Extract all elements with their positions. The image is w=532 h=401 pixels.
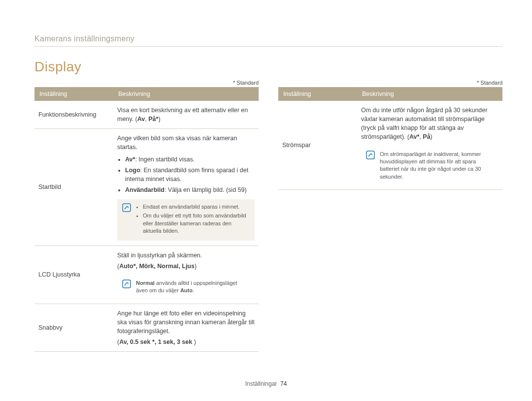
paren: ) xyxy=(195,263,197,270)
desc-text: Ange vilken bild som ska visas när kamer… xyxy=(117,135,237,151)
left-column: * Standard Inställning Beskrivning Funkt… xyxy=(34,80,259,352)
note-text: Om strömsparläget är inaktiverat, kommer… xyxy=(380,151,481,180)
note-body: Om strömsparläget är inaktiverat, kommer… xyxy=(380,151,494,181)
settings-table-right: Inställning Beskrivning Strömspar Om du … xyxy=(278,87,502,190)
svg-rect-2 xyxy=(366,151,374,159)
page-number: 74 xyxy=(280,380,287,387)
table-row: Startbild Ange vilken bild som ska visas… xyxy=(34,129,259,246)
opt: På xyxy=(423,133,430,140)
note-body: Endast en användarbild sparas i minnet. … xyxy=(136,203,250,237)
opt-rest: : En standardbild som finns sparad i det… xyxy=(125,167,248,183)
option-list: Av*: Ingen startbild visas. Logo: En sta… xyxy=(117,155,255,195)
list-item: Logo: En standardbild som finns sparad i… xyxy=(125,166,255,184)
setting-label: Strömspar xyxy=(278,101,357,190)
note-block: Normal används alltid i uppspelningsläge… xyxy=(117,276,255,299)
opt-rest: : Ingen startbild visas. xyxy=(135,156,195,163)
opt: Av xyxy=(137,116,145,123)
desc-text: Ställ in ljusstyrkan på skärmen. xyxy=(117,252,202,259)
options-line: (Av, 0.5 sek *, 1 sek, 3 sek ) xyxy=(117,338,255,346)
note-end: . xyxy=(193,287,194,293)
table-row: Strömspar Om du inte utför någon åtgärd … xyxy=(278,101,502,190)
note-bold: Normal xyxy=(136,280,155,286)
th-setting: Inställning xyxy=(34,87,113,101)
setting-label: Funktionsbeskrivning xyxy=(34,101,113,129)
note-item: Om du väljer ett nytt foto som användarb… xyxy=(143,212,250,235)
setting-desc: Ange vilken bild som ska visas när kamer… xyxy=(113,129,259,246)
svg-rect-0 xyxy=(123,204,131,212)
page-header: Kamerans inställningsmeny xyxy=(34,34,502,47)
note-icon xyxy=(122,279,131,288)
note-bold2: Auto xyxy=(180,287,193,293)
opt-rest: : Välja en lämplig bild. (sid 59) xyxy=(165,186,247,193)
list-item: Användarbild: Välja en lämplig bild. (si… xyxy=(125,185,255,194)
setting-label: Snabbvy xyxy=(34,304,113,352)
note-block: Endast en användarbild sparas i minnet. … xyxy=(117,199,255,241)
opts: Auto*, Mörk, Normal, Ljus xyxy=(119,263,195,270)
note-body: Normal används alltid i uppspelningsläge… xyxy=(136,279,250,295)
note-block: Om strömsparläget är inaktiverat, kommer… xyxy=(361,147,499,185)
desc-text: Ange hur länge ett foto eller en videoin… xyxy=(117,310,255,335)
opt: På* xyxy=(148,116,158,123)
th-desc: Beskrivning xyxy=(113,87,259,101)
setting-label: LCD Ljusstyrka xyxy=(34,246,113,304)
close: ) xyxy=(158,116,160,123)
standard-marker: * Standard xyxy=(278,80,502,86)
content-columns: * Standard Inställning Beskrivning Funkt… xyxy=(34,80,502,352)
page-footer: Inställningar 74 xyxy=(0,380,532,387)
note-item: Endast en användarbild sparas i minnet. xyxy=(143,203,250,211)
close: ) xyxy=(431,133,432,140)
opt-name: Användarbild xyxy=(125,186,165,193)
opt: Av* xyxy=(409,133,419,140)
settings-table-left: Inställning Beskrivning Funktionsbeskriv… xyxy=(34,87,259,352)
note-icon xyxy=(366,151,375,159)
opt-name: Logo xyxy=(125,167,140,174)
th-desc: Beskrivning xyxy=(357,87,502,101)
options-line: (Auto*, Mörk, Normal, Ljus) xyxy=(117,262,255,271)
th-setting: Inställning xyxy=(278,87,357,101)
setting-desc: Om du inte utför någon åtgärd på 30 seku… xyxy=(357,101,502,190)
right-column: * Standard Inställning Beskrivning Ström… xyxy=(278,80,502,352)
table-row: Funktionsbeskrivning Visa en kort beskri… xyxy=(34,101,259,129)
breadcrumb: Kamerans inställningsmeny xyxy=(34,34,134,43)
page-title: Display xyxy=(34,59,502,75)
setting-desc: Ange hur länge ett foto eller en videoin… xyxy=(113,304,259,352)
note-icon xyxy=(122,203,131,212)
opts: Av, 0.5 sek *, 1 sek, 3 sek xyxy=(119,339,194,345)
table-row: Snabbvy Ange hur länge ett foto eller en… xyxy=(34,304,259,352)
table-row: LCD Ljusstyrka Ställ in ljusstyrkan på s… xyxy=(34,246,259,304)
standard-marker: * Standard xyxy=(34,80,259,86)
setting-label: Startbild xyxy=(34,129,113,246)
setting-desc: Visa en kort beskrivning av ett alternat… xyxy=(113,101,259,129)
opt-name: Av* xyxy=(125,156,135,163)
svg-rect-1 xyxy=(123,280,131,288)
paren: ) xyxy=(194,339,196,345)
list-item: Av*: Ingen startbild visas. xyxy=(125,155,255,164)
footer-label: Inställningar xyxy=(245,380,277,387)
setting-desc: Ställ in ljusstyrkan på skärmen. (Auto*,… xyxy=(113,246,259,304)
